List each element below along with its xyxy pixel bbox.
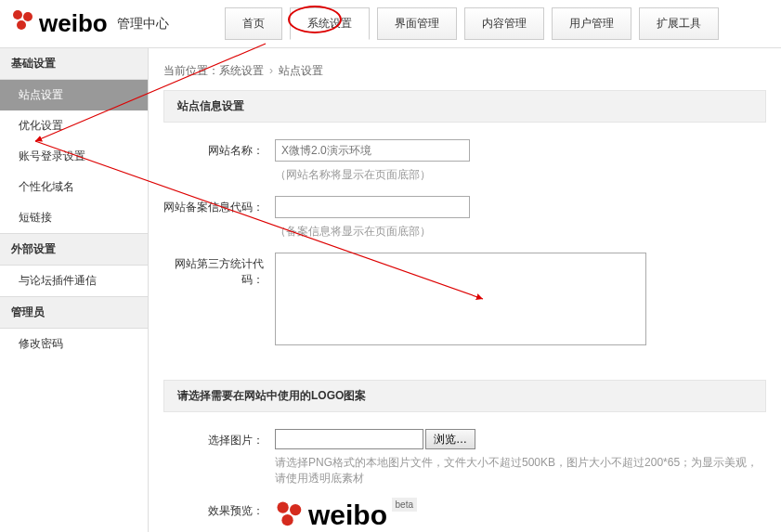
logo-icon	[11, 8, 35, 39]
page-subtitle: 管理中心	[117, 16, 169, 32]
brand-logo: weibo	[11, 8, 108, 39]
breadcrumb-system: 系统设置	[219, 64, 264, 77]
logo-preview: weibo beta	[275, 500, 766, 532]
nav-user-management[interactable]: 用户管理	[552, 7, 631, 40]
label-stats-code: 网站第三方统计代码：	[163, 253, 275, 288]
nav-system-settings[interactable]: 系统设置	[290, 7, 370, 40]
main-nav: 首页 系统设置 界面管理 内容管理 用户管理 扩展工具	[225, 7, 719, 40]
svg-point-2	[17, 20, 26, 30]
nav-extension-tools[interactable]: 扩展工具	[639, 7, 719, 40]
preview-logo-icon	[275, 500, 305, 532]
sidebar-item-change-password[interactable]: 修改密码	[0, 329, 148, 359]
side-group-external: 外部设置	[0, 233, 148, 266]
svg-point-5	[277, 501, 288, 513]
svg-point-1	[23, 12, 33, 21]
nav-content-management[interactable]: 内容管理	[464, 7, 544, 40]
icp-input[interactable]	[275, 196, 470, 218]
sidebar-item-login[interactable]: 账号登录设置	[0, 141, 148, 172]
chevron-icon: ›	[269, 64, 273, 77]
svg-point-7	[281, 514, 293, 526]
breadcrumb-site: 站点设置	[279, 64, 323, 77]
sidebar-item-optimization[interactable]: 优化设置	[0, 110, 148, 141]
sidebar-item-shortlink[interactable]: 短链接	[0, 202, 148, 233]
sidebar-item-domain[interactable]: 个性化域名	[0, 172, 148, 202]
brand-name: weibo	[39, 9, 108, 38]
stats-code-textarea[interactable]	[275, 253, 646, 345]
section-site-info: 站点信息设置	[163, 90, 766, 123]
label-icp: 网站备案信息代码：	[163, 196, 275, 215]
svg-point-0	[13, 10, 22, 19]
preview-brand-name: weibo beta	[308, 500, 387, 531]
side-group-admin: 管理员	[0, 296, 148, 329]
hint-site-name: （网站名称将显示在页面底部）	[275, 167, 766, 183]
breadcrumb-prefix: 当前位置：	[163, 64, 219, 77]
svg-point-6	[290, 504, 301, 515]
label-preview: 效果预览：	[163, 500, 275, 519]
sidebar-item-bbs-plugin[interactable]: 与论坛插件通信	[0, 266, 148, 296]
sidebar: 基础设置 站点设置 优化设置 账号登录设置 个性化域名 短链接 外部设置 与论坛…	[0, 48, 149, 532]
hint-file: 请选择PNG格式的本地图片文件，文件大小不超过500KB，图片大小不超过200*…	[275, 455, 766, 487]
file-path-input[interactable]	[275, 429, 423, 449]
label-site-name: 网站名称：	[163, 139, 275, 159]
sidebar-item-site-settings[interactable]: 站点设置	[0, 80, 148, 110]
breadcrumb: 当前位置：系统设置›站点设置	[163, 59, 766, 90]
hint-icp: （备案信息将显示在页面底部）	[275, 224, 766, 240]
section-logo-select: 请选择需要在网站中使用的LOGO图案	[163, 380, 766, 412]
beta-badge: beta	[392, 498, 417, 512]
nav-home[interactable]: 首页	[225, 7, 282, 40]
browse-button[interactable]: 浏览…	[425, 429, 475, 449]
nav-page-management[interactable]: 界面管理	[377, 7, 457, 40]
label-file: 选择图片：	[163, 429, 275, 448]
site-name-input[interactable]	[275, 139, 470, 162]
side-group-basic: 基础设置	[0, 48, 148, 80]
